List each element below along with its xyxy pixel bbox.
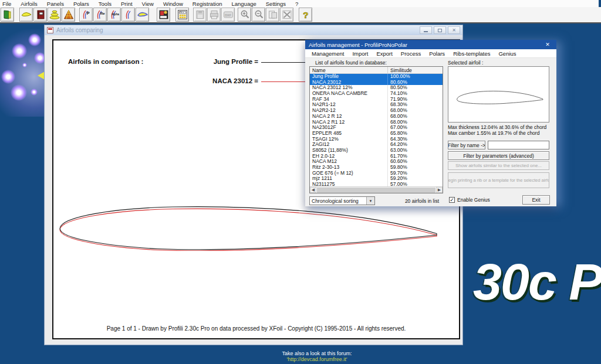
maximize-button[interactable] xyxy=(434,26,446,34)
list-item[interactable]: NACA 2 R1 12 68.00% xyxy=(310,120,443,125)
wing-design-icon[interactable] xyxy=(62,8,75,22)
menu-item[interactable]: Settings xyxy=(261,1,291,7)
filter-name-input[interactable] xyxy=(488,141,549,149)
legend-label-naca-23012: NACA 23012 = xyxy=(58,77,258,84)
list-item[interactable]: N2311275 57.00% xyxy=(310,182,443,186)
menu-item[interactable]: Tools xyxy=(94,1,116,7)
dialog-menubar: ManagementImportExportProcessPolarsRibs-… xyxy=(305,49,556,58)
column-header-name[interactable]: Name xyxy=(310,67,388,73)
dialog-close-button[interactable]: ✕ xyxy=(539,40,556,49)
selected-airfoil-label: Selected airfoil : xyxy=(448,60,483,66)
checkbox-check-icon[interactable]: ✓ xyxy=(449,197,455,203)
dialog-menu-item[interactable]: Management xyxy=(308,50,348,57)
list-item[interactable]: NA2R2-12 68.00% xyxy=(310,108,443,114)
list-item[interactable]: ONERA NACA CAMBRE 74.10% xyxy=(310,91,443,97)
airfoils-database-icon[interactable] xyxy=(33,8,47,22)
comparing-window-titlebar[interactable]: Airfoils comparing ✕ xyxy=(45,25,462,35)
close-icon: ✕ xyxy=(452,28,456,33)
list-item[interactable]: NACA M12 60.60% xyxy=(310,159,443,165)
menu-item[interactable]: View xyxy=(137,1,158,7)
list-item[interactable]: RAF 34 71.90% xyxy=(310,97,443,103)
dialog-menu-item[interactable]: Import xyxy=(348,50,372,57)
airfoil-name: Jung Profile xyxy=(310,74,388,80)
minimize-button[interactable] xyxy=(420,26,432,34)
help-icon[interactable]: ? xyxy=(299,8,312,22)
menu-item[interactable]: ? xyxy=(291,1,303,7)
polar-p-icon[interactable]: P xyxy=(79,8,93,22)
menu-item[interactable]: Window xyxy=(158,1,188,7)
reynolds-calculator-icon[interactable]: Re = xyxy=(175,8,189,22)
save-icon xyxy=(193,8,207,22)
zoom-out-icon[interactable] xyxy=(252,8,265,22)
list-item[interactable]: Ritz 2-30-13 59.80% xyxy=(310,165,443,171)
filter-by-parameters-button[interactable]: Filter by parameters (advanced) xyxy=(448,151,549,160)
dialog-titlebar[interactable]: Airfoils management - ProfiliProNoPolar … xyxy=(305,40,556,49)
menu-item[interactable]: File xyxy=(0,1,16,7)
airfoils-management-dialog: Airfoils management - ProfiliProNoPolar … xyxy=(305,40,556,206)
scroll-right-icon[interactable]: ▶ xyxy=(436,187,443,193)
list-item[interactable]: TSAGI 12% 64.30% xyxy=(310,137,443,142)
list-item[interactable]: NACA 23012 12% 80.50% xyxy=(310,85,443,91)
polar-re-icon[interactable]: Re xyxy=(93,8,107,22)
polar-curve-icon[interactable] xyxy=(121,8,135,22)
dialog-menu-item[interactable]: Polars xyxy=(425,50,449,57)
print-preview-icon xyxy=(266,8,279,22)
menu-item[interactable]: Panels xyxy=(42,1,69,7)
list-header: Name Similitude xyxy=(310,67,443,74)
enable-genius-checkbox[interactable]: ✓ Enable Genius xyxy=(449,197,490,203)
dialog-menu-item[interactable]: Ribs-templates xyxy=(449,50,494,57)
dialog-menu-item[interactable]: Process xyxy=(397,50,425,57)
panels-icon[interactable] xyxy=(157,8,170,22)
list-item[interactable]: NACA 2 R 12 68.00% xyxy=(310,114,443,120)
airfoil-name: ZAGI12 xyxy=(310,142,388,148)
menu-item[interactable]: Airfoils xyxy=(16,1,42,7)
dialog-menu-item[interactable]: Export xyxy=(372,50,396,57)
jung-profile-curve xyxy=(60,207,437,250)
list-item[interactable]: mjz 1211 59.20% xyxy=(310,176,443,182)
star-decoration xyxy=(28,33,41,46)
chevron-down-icon[interactable]: ▼ xyxy=(366,197,374,205)
star-decoration xyxy=(1,70,15,84)
menu-item[interactable]: Polars xyxy=(69,1,94,7)
scroll-left-icon[interactable]: ◀ xyxy=(310,187,316,193)
menu-item[interactable]: Registration xyxy=(188,1,227,7)
airfoil-listbox[interactable]: Name Similitude Jung Profile 100.00% NAC… xyxy=(309,66,443,193)
list-item[interactable]: NACA 23012 80.60% xyxy=(310,80,443,86)
list-item[interactable]: NA23012F 67.00% xyxy=(310,125,443,131)
exit-button[interactable]: Exit xyxy=(522,195,550,205)
forum-link[interactable]: 'http://devcad.forumfree.it' xyxy=(0,356,601,362)
horizontal-scrollbar[interactable]: ◀ ▶ xyxy=(310,186,443,193)
list-item[interactable]: S8052 (11,88%) 63.00% xyxy=(310,148,443,154)
airfoil-name: TSAGI 12% xyxy=(310,137,388,142)
scrollbar-thumb[interactable] xyxy=(317,188,435,193)
list-item[interactable]: EH 2.0-12 61.70% xyxy=(310,154,443,159)
exit-icon[interactable] xyxy=(1,8,14,22)
list-item[interactable]: Jung Profile 100.00% xyxy=(310,74,443,80)
dialog-menu-item[interactable]: Genius xyxy=(494,50,520,57)
list-item[interactable]: GOE 676 (= M 12) 59.70% xyxy=(310,171,443,176)
close-button[interactable]: ✕ xyxy=(448,26,460,34)
menu-item[interactable]: Print xyxy=(116,1,137,7)
compare-airfoils-icon[interactable] xyxy=(48,8,61,22)
list-item[interactable]: ZAGI12 64.20% xyxy=(310,142,443,148)
airfoil-polar-icon[interactable] xyxy=(136,8,149,22)
svg-text:?: ? xyxy=(303,10,308,20)
show-similar-button: Show airfoils similar to the selected on… xyxy=(448,161,549,170)
maximize-icon xyxy=(438,29,442,32)
zoom-in-icon[interactable] xyxy=(238,8,251,22)
sort-dropdown[interactable]: Chronological sorting ▼ xyxy=(309,196,375,205)
filter-by-name-button[interactable]: Filter by name -> xyxy=(448,141,485,149)
column-header-similitude[interactable]: Similitude xyxy=(388,67,443,73)
list-item[interactable]: EPPLER 485 65.80% xyxy=(310,131,443,137)
star-decoration xyxy=(11,84,27,101)
airfoil-icon[interactable] xyxy=(19,8,33,22)
max-camber-text: Max camber 1.55% at 19.7% of the chord xyxy=(448,130,539,136)
sort-dropdown-value: Chronological sorting xyxy=(310,198,366,204)
dxf-export-icon: DXF xyxy=(221,8,235,22)
svg-text:P: P xyxy=(87,11,90,15)
list-item[interactable]: NA2R1-12 68.30% xyxy=(310,102,443,108)
star-decoration xyxy=(22,63,27,67)
polar-alpha-icon[interactable]: Alpha xyxy=(107,8,121,22)
airfoil-name: S8052 (11,88%) xyxy=(310,148,388,154)
menu-item[interactable]: Language xyxy=(227,1,261,7)
